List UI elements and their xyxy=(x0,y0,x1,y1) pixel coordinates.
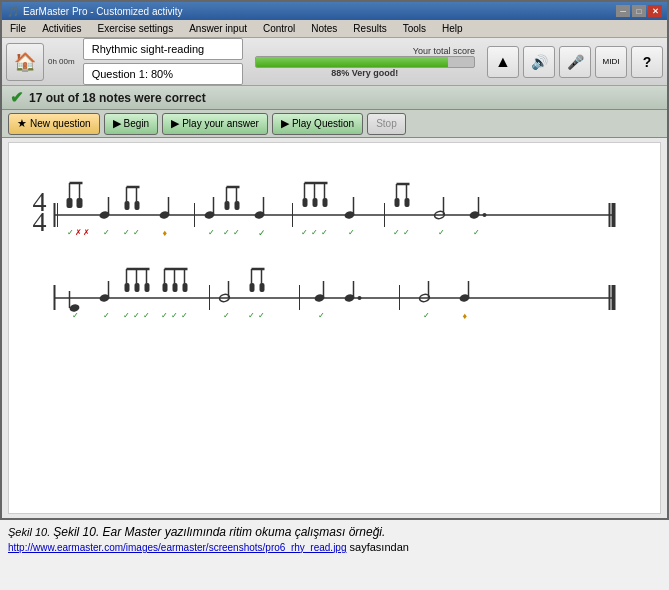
score-text: 88% Very good! xyxy=(331,68,398,78)
svg-point-116 xyxy=(358,296,362,300)
title-bar: 🎵 EarMaster Pro - Customized activity ─ … xyxy=(2,2,667,20)
menu-bar: File Activities Exercise settings Answer… xyxy=(2,20,667,38)
svg-rect-16 xyxy=(125,201,130,210)
sheet-music-area: 4 4 ✓ ✗ ✗ ✓ xyxy=(8,142,661,514)
svg-text:✓: ✓ xyxy=(318,311,325,320)
caption-area: Şekil 10. Şekil 10. Ear Master yazılımın… xyxy=(0,520,669,575)
svg-text:✓: ✓ xyxy=(123,311,130,320)
menu-tools[interactable]: Tools xyxy=(399,22,430,35)
home-button[interactable]: 🏠 xyxy=(6,43,44,81)
svg-text:✓: ✓ xyxy=(248,311,255,320)
svg-rect-17 xyxy=(135,201,140,210)
midi-button[interactable]: MIDI xyxy=(595,46,627,78)
stop-button: Stop xyxy=(367,113,406,135)
svg-rect-5 xyxy=(67,198,73,208)
title-bar-left: 🎵 EarMaster Pro - Customized activity xyxy=(7,6,183,17)
svg-rect-6 xyxy=(77,198,83,208)
play-answer-icon: ▶ xyxy=(171,117,179,130)
svg-text:✓: ✓ xyxy=(473,228,480,237)
play-question-icon: ▶ xyxy=(281,117,289,130)
svg-rect-31 xyxy=(235,201,240,210)
svg-text:✓: ✓ xyxy=(72,311,79,320)
svg-text:♦: ♦ xyxy=(163,228,168,238)
svg-text:✓: ✓ xyxy=(133,311,140,320)
close-button[interactable]: ✕ xyxy=(648,5,662,17)
svg-text:✓: ✓ xyxy=(348,228,355,237)
new-question-button[interactable]: ★ New question xyxy=(8,113,100,135)
menu-exercise-settings[interactable]: Exercise settings xyxy=(94,22,178,35)
check-icon: ✔ xyxy=(10,88,23,107)
play-question-button[interactable]: ▶ Play Question xyxy=(272,113,363,135)
toolbar-icons: ▲ 🔊 🎤 MIDI ? xyxy=(487,46,663,78)
svg-text:✓: ✓ xyxy=(123,228,130,237)
speaker-button[interactable]: 🔊 xyxy=(523,46,555,78)
svg-text:✓: ✓ xyxy=(321,228,328,237)
caption-link[interactable]: http://www.earmaster.com/images/earmaste… xyxy=(8,542,347,553)
svg-rect-104 xyxy=(260,283,265,292)
maximize-button[interactable]: □ xyxy=(632,5,646,17)
svg-text:✓: ✓ xyxy=(103,311,110,320)
svg-text:✓: ✓ xyxy=(161,311,168,320)
microphone-icon: 🎤 xyxy=(567,54,584,70)
svg-rect-55 xyxy=(395,198,400,207)
svg-text:✓: ✓ xyxy=(258,228,266,238)
svg-rect-89 xyxy=(163,283,168,292)
minimize-button[interactable]: ─ xyxy=(616,5,630,17)
svg-text:✓: ✓ xyxy=(423,311,430,320)
svg-rect-80 xyxy=(135,283,140,292)
svg-text:✓: ✓ xyxy=(171,311,178,320)
play-question-label: Play Question xyxy=(292,118,354,129)
svg-rect-91 xyxy=(183,283,188,292)
help-icon: ? xyxy=(643,54,652,70)
svg-point-67 xyxy=(483,213,487,217)
menu-answer-input[interactable]: Answer input xyxy=(185,22,251,35)
svg-text:✓: ✓ xyxy=(181,311,188,320)
menu-activities[interactable]: Activities xyxy=(38,22,85,35)
svg-text:✓: ✓ xyxy=(67,228,74,237)
svg-text:✗: ✗ xyxy=(83,228,90,237)
svg-text:✓: ✓ xyxy=(143,311,150,320)
metronome-button[interactable]: ▲ xyxy=(487,46,519,78)
svg-rect-103 xyxy=(250,283,255,292)
play-icon: ▶ xyxy=(113,117,121,130)
menu-notes[interactable]: Notes xyxy=(307,22,341,35)
svg-rect-30 xyxy=(225,201,230,210)
question-label: Question 1: 80% xyxy=(83,63,243,85)
svg-rect-79 xyxy=(125,283,130,292)
svg-text:✓: ✓ xyxy=(403,228,410,237)
help-button[interactable]: ? xyxy=(631,46,663,78)
caption-text: Şekil 10. Şekil 10. Ear Master yazılımın… xyxy=(8,524,661,541)
star-icon: ★ xyxy=(17,117,27,130)
svg-rect-81 xyxy=(145,283,150,292)
svg-text:✓: ✓ xyxy=(103,228,110,237)
score-bar-container xyxy=(255,56,475,68)
menu-file[interactable]: File xyxy=(6,22,30,35)
window-controls[interactable]: ─ □ ✕ xyxy=(616,5,662,17)
svg-text:✓: ✓ xyxy=(393,228,400,237)
svg-text:✓: ✓ xyxy=(133,228,140,237)
svg-text:♦: ♦ xyxy=(463,311,468,321)
score-area: Your total score 88% Very good! xyxy=(247,46,483,78)
caption-link-suffix: sayfasından xyxy=(350,541,409,553)
svg-rect-41 xyxy=(303,198,308,207)
svg-rect-43 xyxy=(323,198,328,207)
menu-control[interactable]: Control xyxy=(259,22,299,35)
app-icon: 🎵 xyxy=(7,6,19,17)
menu-help[interactable]: Help xyxy=(438,22,467,35)
speaker-icon: 🔊 xyxy=(531,54,548,70)
svg-text:✓: ✓ xyxy=(223,228,230,237)
toolbar: 🏠 0h 00m Rhythmic sight-reading Question… xyxy=(2,38,667,86)
stop-label: Stop xyxy=(376,118,397,129)
begin-button[interactable]: ▶ Begin xyxy=(104,113,159,135)
svg-rect-90 xyxy=(173,283,178,292)
score-label: Your total score xyxy=(255,46,475,56)
svg-text:✓: ✓ xyxy=(301,228,308,237)
microphone-button[interactable]: 🎤 xyxy=(559,46,591,78)
menu-results[interactable]: Results xyxy=(349,22,390,35)
status-bar: ✔ 17 out of 18 notes were correct xyxy=(2,86,667,110)
window-title: EarMaster Pro - Customized activity xyxy=(23,6,183,17)
play-answer-button[interactable]: ▶ Play your answer xyxy=(162,113,268,135)
play-answer-label: Play your answer xyxy=(182,118,259,129)
svg-text:✓: ✓ xyxy=(438,228,445,237)
svg-text:✓: ✓ xyxy=(258,311,265,320)
